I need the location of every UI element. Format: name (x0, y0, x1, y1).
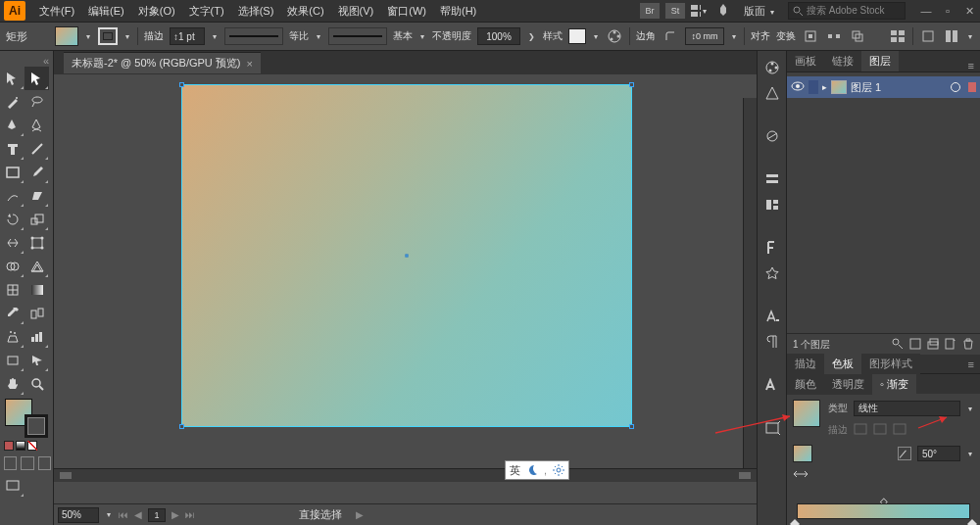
stroke-gradient-across-icon[interactable] (893, 423, 906, 437)
vertical-scrollbar[interactable] (743, 98, 757, 468)
center-point[interactable] (406, 255, 409, 258)
menu-select[interactable]: 选择(S) (232, 2, 280, 21)
delete-layer-icon[interactable] (962, 338, 974, 352)
transform-panel-icon[interactable] (761, 417, 783, 439)
shape-builder-tool[interactable] (0, 255, 24, 278)
new-layer-icon[interactable] (945, 338, 956, 352)
gradient-type-dropdown[interactable]: 线性 (854, 401, 960, 416)
none-swatch[interactable] (27, 441, 37, 451)
align-to-icon[interactable] (825, 28, 843, 44)
stroke-tab[interactable]: 描边 (787, 354, 824, 374)
menu-effect[interactable]: 效果(C) (281, 2, 329, 21)
adobe-stock-search[interactable]: 搜索 Adobe Stock (788, 2, 906, 20)
zoom-tool[interactable] (24, 372, 49, 396)
menu-view[interactable]: 视图(V) (332, 2, 380, 21)
line-tool[interactable] (24, 137, 49, 161)
fill-stroke-indicator[interactable] (5, 399, 48, 438)
bridge-button[interactable]: Br (640, 3, 660, 19)
artboard-number[interactable]: 1 (148, 508, 166, 522)
selection-handle[interactable] (179, 424, 184, 429)
last-artboard-button[interactable]: ⏭ (185, 509, 195, 520)
shaper-tool[interactable] (0, 184, 24, 208)
stroke-panel-icon[interactable] (761, 237, 783, 259)
stroke-gradient-along-icon[interactable] (873, 423, 887, 437)
grid-icon[interactable] (889, 28, 906, 44)
corner-type-icon[interactable] (662, 28, 679, 44)
gradient-stop-left[interactable] (790, 519, 800, 525)
gradient-fill-proxy[interactable] (793, 445, 812, 462)
blend-tool[interactable] (24, 302, 49, 325)
symbol-sprayer-tool[interactable] (0, 325, 24, 349)
menu-help[interactable]: 帮助(H) (434, 2, 482, 21)
first-artboard-button[interactable]: ⏮ (119, 509, 128, 520)
color-guide-panel-icon[interactable] (761, 82, 783, 104)
magic-wand-tool[interactable] (0, 90, 24, 114)
fill-dropdown[interactable]: ▾ (84, 32, 92, 41)
width-tool[interactable] (0, 231, 24, 255)
mesh-tool[interactable] (0, 278, 24, 302)
toolbox-collapse-icon[interactable]: « (43, 55, 49, 67)
swatches-panel-icon[interactable] (761, 125, 783, 147)
horizontal-scrollbar[interactable] (54, 468, 757, 482)
document-tab[interactable]: 未标题-2* @ 50% (RGB/GPU 预览) × (64, 52, 261, 73)
opacity-input[interactable]: 100% (477, 27, 520, 45)
selection-tool[interactable] (0, 67, 24, 90)
isolate-icon[interactable] (802, 28, 819, 44)
stock-button[interactable]: St (665, 3, 685, 19)
gradient-tab[interactable]: ◦ 渐变 (872, 374, 916, 395)
gradient-stop-right[interactable] (967, 519, 977, 525)
draw-behind[interactable] (21, 456, 33, 470)
transform-label[interactable]: 变换 (776, 29, 796, 43)
ime-indicator[interactable]: 英 , (505, 460, 569, 480)
brush-definition[interactable] (328, 27, 387, 45)
make-clipping-mask-icon[interactable] (909, 338, 921, 352)
selection-handle[interactable] (629, 82, 634, 87)
character-panel-icon[interactable] (761, 306, 783, 327)
lock-column[interactable] (808, 80, 818, 94)
draw-inside[interactable] (38, 456, 51, 470)
align-label[interactable]: 对齐 (751, 29, 770, 43)
direct-selection-tool[interactable] (24, 67, 49, 90)
column-graph-tool[interactable] (24, 325, 49, 349)
new-sublayer-icon[interactable] (927, 338, 939, 352)
menu-file[interactable]: 文件(F) (33, 2, 80, 21)
close-tab-icon[interactable]: × (247, 58, 253, 70)
artboard-tool[interactable] (0, 349, 24, 372)
stroke-indicator[interactable] (24, 414, 48, 438)
expand-layer-icon[interactable]: ▸ (822, 82, 827, 92)
transform-each-icon[interactable] (919, 28, 937, 44)
stroke-width-input[interactable]: ↕ 1 pt (170, 27, 205, 45)
pen-tool[interactable] (0, 114, 24, 137)
screen-mode-button[interactable] (0, 474, 24, 498)
selected-rectangle[interactable] (181, 84, 632, 427)
hand-tool[interactable] (0, 372, 24, 396)
transparency-tab[interactable]: 透明度 (824, 374, 872, 395)
eraser-tool[interactable] (24, 184, 49, 208)
recolor-icon[interactable] (606, 28, 623, 44)
color-tab[interactable]: 颜色 (787, 374, 824, 395)
swatches-tab[interactable]: 色板 (824, 354, 861, 374)
brushes-panel-icon[interactable] (761, 168, 783, 190)
gradient-preview-swatch[interactable] (793, 400, 820, 427)
paintbrush-tool[interactable] (24, 161, 49, 184)
arrange-documents-icon[interactable]: ▾ (691, 3, 709, 19)
graphic-styles-tab[interactable]: 图形样式 (861, 354, 920, 374)
eyedropper-tool[interactable] (0, 302, 24, 325)
status-menu-icon[interactable]: ▶ (356, 509, 364, 520)
panel-menu-icon[interactable]: ≡ (962, 358, 980, 370)
menu-edit[interactable]: 编辑(E) (82, 2, 130, 21)
selection-handle[interactable] (629, 424, 634, 429)
draw-normal[interactable] (4, 456, 17, 470)
minimize-button[interactable]: — (919, 4, 933, 18)
lasso-tool[interactable] (24, 90, 49, 114)
stroke-gradient-within-icon[interactable] (854, 423, 867, 437)
layer-row[interactable]: ▸ 图层 1 (787, 76, 980, 98)
type-tool[interactable] (0, 137, 24, 161)
slice-tool[interactable] (24, 349, 49, 372)
stroke-swatch[interactable] (98, 27, 118, 45)
reverse-gradient-icon[interactable] (793, 469, 808, 481)
menu-type[interactable]: 文字(T) (183, 2, 230, 21)
shape-mode-icon[interactable] (849, 28, 866, 44)
stroke-dropdown[interactable]: ▾ (123, 32, 131, 41)
close-button[interactable]: ✕ (962, 4, 976, 18)
